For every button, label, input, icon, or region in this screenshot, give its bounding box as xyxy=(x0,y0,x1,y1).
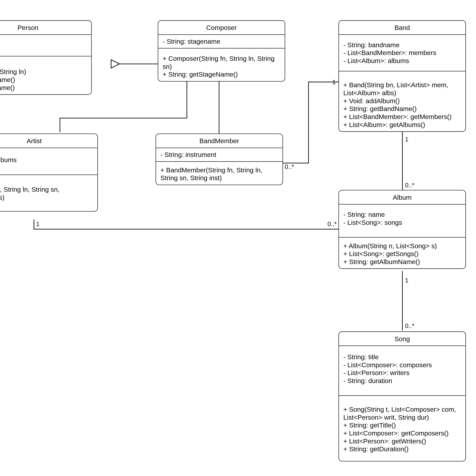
class-title: Album xyxy=(339,190,465,204)
class-composer: Composer - String: stagename + Composer(… xyxy=(158,20,285,82)
mult-artist-album-0star: 0..* xyxy=(327,220,337,227)
mult-band-album-0star: 0..* xyxy=(405,182,414,189)
class-methods: + Album(String n, List<Song> s) + List<S… xyxy=(339,238,465,269)
class-title: Composer xyxy=(158,21,285,35)
class-attrs: ums>: albums xyxy=(0,148,97,175)
edge-bandmember-band xyxy=(283,82,339,163)
class-methods: String fn, String ln, String sn, um> alb… xyxy=(0,175,97,211)
class-band: Band - String: bandname - List<BandMembe… xyxy=(339,20,466,132)
class-title: Artist xyxy=(0,134,97,148)
class-attrs: - String: instrument xyxy=(156,148,282,162)
mult-album-song-0star: 0..* xyxy=(405,322,414,329)
class-person: Person firstname astname (String fn, Str… xyxy=(0,20,92,95)
class-song: Song - String: title - List<Composer>: c… xyxy=(339,332,466,461)
class-artist: Artist ums>: albums String fn, String ln… xyxy=(0,134,98,212)
class-title: Person xyxy=(0,21,91,35)
mult-artist-album-1: 1 xyxy=(36,220,39,227)
edge-artist-album xyxy=(34,220,339,229)
class-methods: + Song(String t, List<Composer> com, Lis… xyxy=(339,396,465,461)
mult-album-song-1: 1 xyxy=(405,277,408,284)
class-methods: + Band(String bn, List<Artist> mem, List… xyxy=(339,71,465,131)
class-attrs: - String: bandname - List<BandMember>: m… xyxy=(339,35,465,71)
class-attrs: - String: name - List<Song>: songs xyxy=(339,204,465,238)
class-title: Song xyxy=(339,332,465,346)
class-methods: + Composer(String fn, String ln, String … xyxy=(158,49,285,81)
class-methods: (String fn, String ln) getFirstName() ge… xyxy=(0,56,91,94)
mult-bandmember-0star: 0..* xyxy=(285,163,294,170)
class-attrs: - String: title - List<Composer>: compos… xyxy=(339,346,465,396)
class-bandmember: BandMember - String: instrument + BandMe… xyxy=(156,134,283,185)
class-album: Album - String: name - List<Song>: songs… xyxy=(339,190,466,269)
mult-band-1: 1 xyxy=(332,78,336,85)
uml-canvas: Person firstname astname (String fn, Str… xyxy=(0,0,476,476)
class-title: BandMember xyxy=(156,134,282,148)
class-attrs: firstname astname xyxy=(0,35,91,56)
mult-band-album-1: 1 xyxy=(405,136,408,143)
class-methods: + BandMember(String fn, String ln, Strin… xyxy=(156,162,282,185)
class-attrs: - String: stagename xyxy=(158,35,285,48)
class-title: Band xyxy=(339,21,465,35)
